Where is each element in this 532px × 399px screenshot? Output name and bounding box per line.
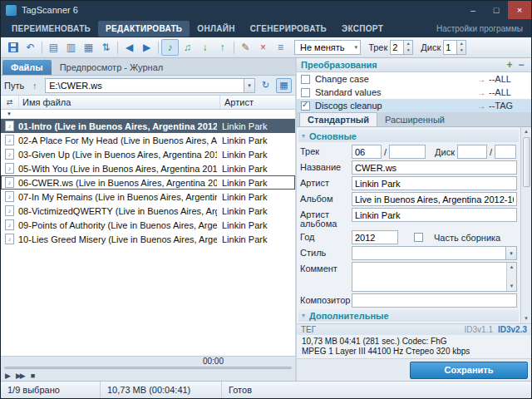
main-area: Файлы Предпросмотр - Журнал Путь ↑ ▾ ↻ ▦…	[1, 58, 531, 381]
scroll-up-icon[interactable]: ▲	[524, 127, 529, 136]
file-row[interactable]: ♪ 08-VictimizedQWERTY (Live in Buenos Ai…	[1, 204, 295, 218]
path-input[interactable]	[46, 81, 244, 91]
disc-total-input[interactable]	[495, 145, 516, 159]
track-spinner-input[interactable]	[391, 41, 403, 54]
title-input[interactable]	[352, 160, 517, 175]
year-input[interactable]	[352, 230, 398, 244]
file-row[interactable]: ♪ 10-Lies Greed Misery (Live in Buenos A…	[1, 232, 295, 246]
seek-slider[interactable]	[4, 367, 292, 369]
sort-icon[interactable]: ⇅	[97, 39, 115, 56]
filename-to-tag-icon[interactable]: ♪	[161, 39, 179, 56]
playlist-icon[interactable]: ≡	[272, 39, 289, 56]
file-row[interactable]: ♪ 09-Points of Authority (Live in Buenos…	[1, 218, 295, 232]
browse-folders-icon[interactable]: ▦	[276, 78, 292, 93]
file-row[interactable]: ♪ 06-CWER.ws (Live in Buenos Aires, Arge…	[1, 175, 295, 190]
refresh-icon[interactable]: ↻	[258, 78, 273, 93]
disc-spinner-input[interactable]	[444, 41, 456, 54]
transform-row[interactable]: Discogs cleanup → --TAG	[297, 99, 531, 112]
composer-input[interactable]	[352, 293, 517, 308]
file-row[interactable]: ♪ 07-In My Remains (Live in Buenos Aires…	[1, 190, 295, 204]
write-tags-icon[interactable]: ↑	[214, 39, 231, 56]
disc-spinner[interactable]: ▲▼	[443, 40, 466, 55]
change-mode-value: Не менять	[300, 42, 345, 52]
tab-preview-journal[interactable]: Предпросмотр - Журнал	[52, 60, 172, 75]
change-mode-dropdown[interactable]: Не менять ▾	[294, 40, 361, 55]
form-scrollbar[interactable]: ▲ ▼	[520, 127, 531, 323]
tab-advanced[interactable]: Расширенный	[377, 113, 452, 126]
tab-files[interactable]: Файлы	[2, 60, 52, 75]
transform-checkbox[interactable]	[301, 101, 310, 111]
audio-file-icon: ♪	[5, 149, 14, 160]
maximize-button[interactable]: □	[485, 1, 508, 19]
save-button[interactable]: Сохранить	[410, 362, 528, 379]
tag-to-filename-icon[interactable]: ♫	[179, 39, 196, 56]
track-input[interactable]	[352, 145, 382, 159]
close-button[interactable]: ×	[508, 1, 531, 19]
artist-input[interactable]	[352, 176, 517, 190]
save-icon[interactable]	[4, 39, 22, 56]
tab-standard[interactable]: Стандартный	[299, 112, 377, 126]
section-additional[interactable]: ▾ Дополнительные	[298, 309, 519, 322]
copy-tags-icon[interactable]: ▤	[45, 39, 62, 56]
menu-generate[interactable]: СГЕНЕРИРОВАТЬ	[243, 21, 334, 37]
comment-input[interactable]	[352, 263, 506, 291]
track-spinner[interactable]: ▲▼	[390, 40, 413, 55]
chevron-down-icon[interactable]: ▾	[505, 247, 516, 259]
audio-file-icon: ♪	[5, 163, 14, 174]
add-transform-icon[interactable]: +	[504, 59, 515, 71]
remove-tag-icon[interactable]: ×	[254, 39, 272, 56]
edit-tag-icon[interactable]: ✎	[237, 39, 254, 56]
program-settings-link[interactable]: Настройки программы	[436, 24, 528, 33]
file-name: 09-Points of Authority (Live in Buenos A…	[18, 220, 217, 230]
chevron-down-icon[interactable]: ▾	[244, 79, 254, 92]
year-field-label: Год	[300, 230, 352, 242]
next-file-icon[interactable]: ▶	[138, 39, 155, 56]
genre-input[interactable]	[352, 247, 505, 259]
comment-row: Коммент ▲▼	[300, 262, 517, 292]
menu-export[interactable]: ЭКСПОРТ	[334, 21, 391, 37]
file-row[interactable]: ♪ 02-A Place For My Head (Live in Buenos…	[1, 133, 295, 147]
file-row[interactable]: ♪ 05-With You (Live in Buenos Aires, Arg…	[1, 161, 295, 175]
column-filename[interactable]: Имя файла	[19, 96, 220, 109]
menu-edit[interactable]: РЕДАКТИРОВАТЬ	[98, 21, 190, 37]
folder-up-icon[interactable]: ↑	[27, 78, 42, 93]
minimize-button[interactable]: –	[461, 1, 485, 19]
scroll-down-icon[interactable]: ▼	[524, 314, 529, 323]
columns-icon[interactable]: ▦	[80, 39, 97, 56]
next-track-icon[interactable]: ▶▶	[16, 372, 24, 380]
swap-columns-icon[interactable]: ⇄	[1, 96, 19, 109]
spinner-arrows[interactable]: ▲▼	[456, 41, 466, 54]
genre-combobox[interactable]: ▾	[352, 246, 517, 260]
filter-row[interactable]: ▼	[1, 110, 295, 119]
year-row: Год Часть сборника	[300, 230, 517, 244]
transform-checkbox[interactable]	[301, 88, 310, 97]
comment-scrollbar[interactable]: ▲▼	[506, 263, 516, 291]
scrollbar-thumb[interactable]	[523, 137, 530, 187]
file-row[interactable]: ♪ 03-Given Up (Live in Buenos Aires, Arg…	[1, 147, 295, 161]
arrow-right-icon: →	[477, 88, 485, 97]
transform-row[interactable]: Change case → --ALL	[297, 72, 531, 86]
album-artist-field-label: Артист альбома	[300, 208, 352, 229]
compilation-checkbox[interactable]	[414, 233, 423, 242]
spinner-arrows[interactable]: ▲▼	[403, 41, 412, 54]
menu-rename[interactable]: ПЕРЕИМЕНОВАТЬ	[4, 21, 98, 37]
load-tags-icon[interactable]: ↓	[196, 39, 214, 56]
transform-checkbox[interactable]	[301, 75, 310, 84]
undo-icon[interactable]: ↶	[22, 39, 39, 56]
album-input[interactable]	[352, 192, 517, 206]
stop-icon[interactable]: ■	[31, 372, 33, 380]
column-artist[interactable]: Артист	[220, 96, 295, 109]
file-artist: Linkin Park	[217, 150, 295, 160]
remove-transform-icon[interactable]: −	[515, 59, 527, 71]
disc-input[interactable]	[457, 145, 487, 159]
menu-online[interactable]: ОНЛАЙН	[190, 21, 242, 37]
prev-file-icon[interactable]: ◀	[121, 39, 138, 56]
track-total-input[interactable]	[389, 145, 426, 159]
file-row[interactable]: ♪ 01-Intro (Live in Buenos Aires, Argent…	[1, 119, 295, 133]
section-main[interactable]: ▾ Основные	[298, 130, 519, 142]
transform-row[interactable]: Standard values → --ALL	[297, 86, 531, 99]
paste-tags-icon[interactable]: ▥	[62, 39, 80, 56]
album-artist-input[interactable]	[352, 208, 517, 222]
path-combobox[interactable]: ▾	[45, 78, 255, 93]
play-icon[interactable]: ▶	[5, 372, 9, 380]
